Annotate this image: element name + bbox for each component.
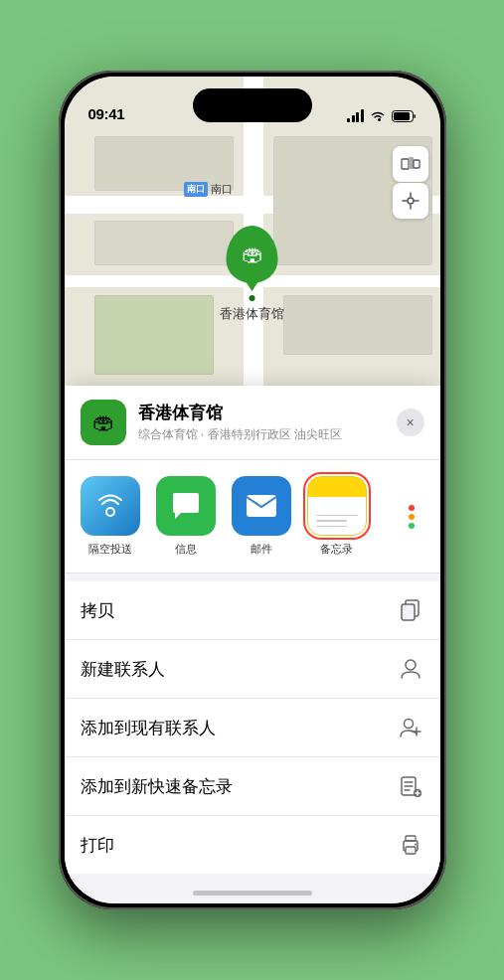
- action-new-contact-label: 新建联系人: [81, 658, 165, 681]
- action-list: 拷贝 新建联系人: [65, 581, 440, 874]
- location-button[interactable]: [393, 183, 428, 219]
- stadium-icon: 🏟: [242, 242, 263, 267]
- airdrop-label: 隔空投送: [88, 542, 132, 557]
- location-name: 香港体育馆: [138, 402, 385, 424]
- mail-svg: [245, 491, 278, 521]
- action-copy-label: 拷贝: [81, 599, 114, 622]
- map-block: [283, 295, 432, 355]
- home-indicator-area: [65, 874, 440, 903]
- svg-point-15: [404, 720, 413, 729]
- svg-rect-13: [402, 604, 415, 620]
- print-icon: [397, 831, 424, 859]
- airdrop-svg: [94, 490, 126, 522]
- share-app-airdrop[interactable]: 隔空投送: [77, 476, 144, 557]
- messages-svg: [169, 489, 203, 523]
- location-info: 香港体育馆 综合体育馆 · 香港特别行政区 油尖旺区: [138, 402, 385, 443]
- action-add-existing-label: 添加到现有联系人: [81, 717, 216, 739]
- share-app-notes[interactable]: 备忘录: [303, 476, 371, 557]
- map-icon: [401, 154, 420, 174]
- airdrop-icon: [81, 476, 140, 536]
- copy-icon: [397, 596, 424, 624]
- bottom-sheet: 🏟 香港体育馆 综合体育馆 · 香港特别行政区 油尖旺区 ×: [65, 386, 440, 903]
- more-indicator: [379, 476, 419, 557]
- notes-icon: [307, 476, 367, 536]
- map-controls: [393, 146, 428, 219]
- dot-orange: [409, 514, 415, 520]
- stadium-marker[interactable]: 🏟 香港体育馆: [220, 226, 284, 323]
- close-button[interactable]: ×: [397, 408, 424, 436]
- more-dots-container: [409, 505, 415, 529]
- svg-rect-2: [402, 159, 409, 169]
- phone-screen: 09:41: [65, 77, 440, 903]
- map-label-box: 南口: [184, 182, 208, 197]
- share-app-mail[interactable]: 邮件: [228, 476, 295, 557]
- marker-pin: 🏟: [227, 226, 278, 283]
- note-add-icon: [397, 772, 424, 800]
- svg-rect-4: [414, 160, 420, 168]
- action-quick-note[interactable]: 添加到新快速备忘录: [65, 757, 440, 816]
- share-app-messages[interactable]: 信息: [152, 476, 220, 557]
- status-time: 09:41: [88, 105, 125, 122]
- battery-icon: [392, 110, 417, 122]
- mail-label: 邮件: [251, 542, 272, 557]
- location-card: 🏟 香港体育馆 综合体育馆 · 香港特别行政区 油尖旺区 ×: [65, 386, 440, 460]
- map-type-button[interactable]: [393, 146, 428, 182]
- marker-dot: [250, 295, 255, 301]
- dot-red: [409, 505, 415, 511]
- svg-rect-3: [409, 157, 414, 169]
- notes-lines: [316, 515, 358, 528]
- home-indicator: [193, 891, 312, 896]
- action-print[interactable]: 打印: [65, 816, 440, 874]
- signal-icon: [347, 110, 364, 122]
- svg-point-10: [106, 508, 114, 516]
- messages-icon: [156, 476, 216, 536]
- action-add-to-existing[interactable]: 添加到现有联系人: [65, 699, 440, 757]
- person-plus-icon: [397, 714, 424, 741]
- action-new-contact[interactable]: 新建联系人: [65, 640, 440, 699]
- phone-frame: 09:41: [59, 71, 446, 909]
- marker-name: 香港体育馆: [220, 305, 284, 323]
- svg-point-5: [408, 198, 414, 204]
- share-apps-row: 隔空投送 信息: [65, 460, 440, 573]
- action-quick-note-label: 添加到新快速备忘录: [81, 775, 233, 798]
- action-print-label: 打印: [81, 834, 114, 857]
- location-card-icon: 🏟: [81, 400, 126, 445]
- map-block: [94, 295, 214, 375]
- wifi-icon: [370, 110, 386, 122]
- messages-label: 信息: [175, 542, 197, 557]
- action-copy[interactable]: 拷贝: [65, 581, 440, 640]
- dynamic-island: [193, 88, 312, 122]
- status-icons: [347, 110, 417, 122]
- svg-rect-26: [406, 847, 416, 854]
- map-label-nankou: 南口 南口: [184, 182, 233, 197]
- notes-label: 备忘录: [320, 542, 353, 557]
- svg-point-14: [406, 660, 416, 670]
- svg-rect-1: [394, 112, 410, 120]
- dot-green: [409, 523, 415, 529]
- person-add-icon: [397, 655, 424, 683]
- mail-icon: [232, 476, 291, 536]
- location-subtitle: 综合体育馆 · 香港特别行政区 油尖旺区: [138, 426, 385, 443]
- map-block: [94, 221, 234, 265]
- svg-point-28: [415, 844, 417, 846]
- location-icon: [402, 192, 420, 210]
- map-label-text: 南口: [211, 182, 233, 197]
